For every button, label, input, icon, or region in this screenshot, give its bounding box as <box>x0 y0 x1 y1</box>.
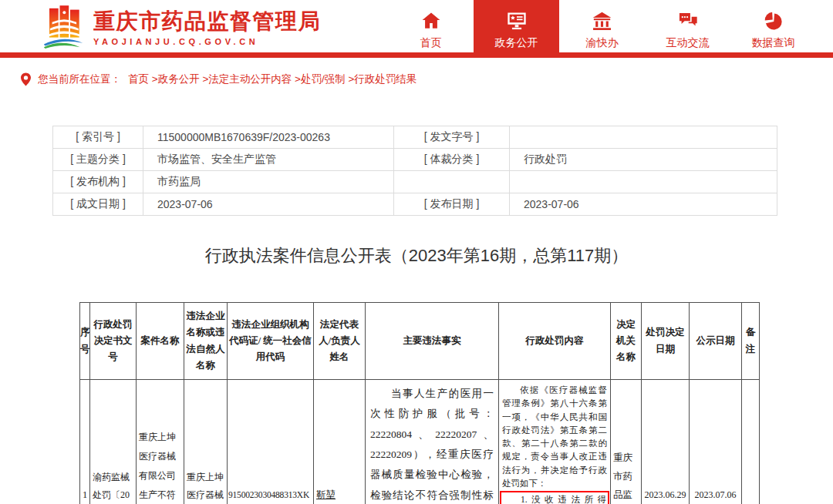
meta-label-publish-date: [ 发布日期 ] <box>394 193 510 216</box>
meta-row: [ 主题分类 ] 市场监管、安全生产监管 [ 体裁分类 ] 行政处罚 <box>53 149 777 171</box>
header-credit-code: 违法企业组织机构代码证/ 统一社会信用代码 <box>228 303 314 380</box>
site-logo[interactable]: 重庆市药品监督管理局 YAOJIANJU.CQ.GOV.CN <box>42 5 321 50</box>
facts-paragraph-1: 当事人生产的医用一次性防护服（批号：22220804、22220207、2222… <box>370 384 494 504</box>
meta-row: [ 索引号 ] 11500000MB1670639F/2023-00263 [ … <box>53 126 777 149</box>
cell-remark <box>742 380 760 504</box>
header-facts: 主要违法事实 <box>366 303 499 380</box>
tab-label: 政务公开 <box>495 36 538 50</box>
penalty-highlight-box: 1.没收违法所得398354元；2.没收违法生产的一次性防护服6548套。 <box>500 491 609 504</box>
breadcrumb-path[interactable]: 首页 >政务公开 >法定主动公开内容 >处罚/强制 >行政处罚结果 <box>128 72 416 86</box>
penalty-case-table: 序号 行政处罚决定书文号 案件名称 违法企业名称或违法自然人名称 违法企业组织机… <box>79 302 760 504</box>
meta-row: [ 成文日期 ] 2023-07-06 [ 发布日期 ] 2023-07-06 <box>53 193 777 216</box>
penalty-paragraph-2: 1.没收违法所得398354元；2.没收违法生产的一次性防护服6548套。 <box>503 493 606 504</box>
case-table-header-row: 序号 行政处罚决定书文号 案件名称 违法企业名称或违法自然人名称 违法企业组织机… <box>80 303 760 380</box>
tab-yukuaiban[interactable]: 渝快办 <box>559 0 645 58</box>
meta-label-genre: [ 体裁分类 ] <box>394 149 510 171</box>
header-authority: 决定机关名称 <box>611 303 642 380</box>
document-meta-table: [ 索引号 ] 11500000MB1670639F/2023-00263 [ … <box>52 126 777 216</box>
case-table-container: 序号 行政处罚决定书文号 案件名称 违法企业名称或违法自然人名称 违法企业组织机… <box>79 302 833 504</box>
header-decision-no: 行政处罚决定书文号 <box>90 303 137 380</box>
meta-label-topic: [ 主题分类 ] <box>53 149 143 171</box>
meta-value-publisher: 市药监局 <box>143 171 394 193</box>
cell-case-name: 重庆上坤医疗器械有限公司生产不符合强制性标准的医疗器械案 <box>137 380 184 504</box>
site-title: 重庆市药品监督管理局 <box>93 9 321 34</box>
main-nav: 首页 政务公开 <box>388 0 816 58</box>
header-company: 违法企业名称或违法自然人名称 <box>184 303 228 380</box>
legal-rep-link[interactable]: 靳堃 <box>316 489 336 500</box>
cell-legal-rep: 靳堃 <box>314 380 366 504</box>
tab-gov-open[interactable]: 政务公开 <box>474 0 559 58</box>
header-seq: 序号 <box>80 303 90 380</box>
tab-label: 首页 <box>420 36 442 50</box>
meta-value-topic: 市场监管、安全生产监管 <box>143 149 394 171</box>
meta-value-doc-no <box>510 126 777 149</box>
header-legal-rep: 法定代表人/负责人姓名 <box>314 303 366 380</box>
cell-authority: 重庆市药品监督管理局 <box>611 380 642 504</box>
cell-credit-code: 9150023030488313XK <box>228 380 314 504</box>
breadcrumb: 您当前所在位置： 首页 >政务公开 >法定主动公开内容 >处罚/强制 >行政处罚… <box>0 58 833 87</box>
cell-decision-date: 2023.06.29 <box>642 380 690 504</box>
cell-publish-date: 2023.07.06 <box>690 380 742 504</box>
header-case-name: 案件名称 <box>137 303 184 380</box>
header-red-bar <box>0 52 833 58</box>
meta-value-written-date: 2023-07-06 <box>143 193 394 216</box>
meta-label-index-no: [ 索引号 ] <box>53 126 143 149</box>
meta-label-doc-no: [ 发文字号 ] <box>394 126 510 149</box>
gov-open-monitor-icon <box>506 9 528 32</box>
tab-label: 互动交流 <box>666 36 710 50</box>
case-table-data-row: 1 渝药监械处罚〔2023〕1号 重庆上坤医疗器械有限公司生产不符合强制性标准的… <box>80 380 760 504</box>
page-title: 行政执法案件信息公开表（2023年第16期，总第117期） <box>0 244 833 267</box>
pagoda-building-logo-icon <box>42 5 84 50</box>
tab-home[interactable]: 首页 <box>388 0 474 58</box>
penalty-paragraph-1: 依据《医疗器械监督管理条例》第八十六条第一项，《中华人民共和国行政处罚法》第五条… <box>502 384 607 490</box>
location-pin-icon <box>21 72 31 86</box>
breadcrumb-prefix: 您当前所在位置： <box>38 72 121 86</box>
chat-bubbles-icon <box>677 9 699 32</box>
meta-label-written-date: [ 成文日期 ] <box>53 193 143 216</box>
header-penalty: 行政处罚内容 <box>499 303 611 380</box>
meta-row: [ 发布机构 ] 市药监局 <box>53 171 777 193</box>
cell-decision-no: 渝药监械处罚〔2023〕1号 <box>90 380 137 504</box>
meta-value-index-no: 11500000MB1670639F/2023-00263 <box>143 126 394 149</box>
tab-data-query[interactable]: 数据查询 <box>730 0 816 58</box>
cell-seq: 1 <box>80 380 90 504</box>
meta-value-genre: 行政处罚 <box>510 149 777 171</box>
meta-label-empty <box>394 171 510 193</box>
tab-label: 渝快办 <box>586 36 619 50</box>
logo-text: 重庆市药品监督管理局 YAOJIANJU.CQ.GOV.CN <box>93 9 321 46</box>
site-header: 重庆市药品监督管理局 YAOJIANJU.CQ.GOV.CN 首页 <box>0 0 833 58</box>
header-decision-date: 处罚决定日期 <box>642 303 690 380</box>
header-publish-date: 公示日期 <box>690 303 742 380</box>
pie-chart-icon <box>763 9 784 32</box>
tab-label: 数据查询 <box>752 36 795 50</box>
home-icon <box>421 9 441 32</box>
header-remark: 备注 <box>742 303 760 380</box>
cell-facts: 当事人生产的医用一次性防护服（批号：22220804、22220207、2222… <box>366 380 499 504</box>
cell-company: 重庆上坤医疗器械有限公司 <box>184 380 228 504</box>
cell-penalty: 依据《医疗器械监督管理条例》第八十六条第一项，《中华人民共和国行政处罚法》第五条… <box>499 380 611 504</box>
bank-building-icon <box>592 9 612 32</box>
meta-label-publisher: [ 发布机构 ] <box>53 171 143 193</box>
meta-value-publish-date: 2023-07-06 <box>510 193 777 216</box>
site-domain: YAOJIANJU.CQ.GOV.CN <box>93 37 321 46</box>
meta-value-empty <box>510 171 777 193</box>
tab-interaction[interactable]: 互动交流 <box>645 0 730 58</box>
